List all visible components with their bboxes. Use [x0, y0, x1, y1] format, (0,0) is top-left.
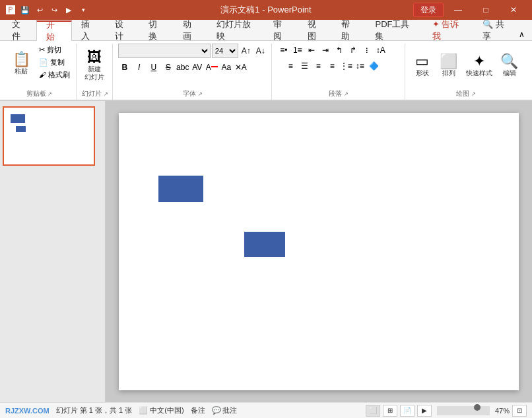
drawing-content: ▭ 形状 ⬜ 排列 ✦ 快速样式 🔍 编辑 [411, 44, 521, 88]
normal-view-button[interactable]: ⬜ [366, 405, 380, 417]
font-case-button[interactable]: Aa [220, 61, 233, 74]
char-spacing-button[interactable]: AV [191, 61, 204, 74]
shape-rectangle-2[interactable] [244, 232, 285, 257]
strikethrough-button[interactable]: S [162, 61, 175, 74]
shapes-icon: ▭ [415, 54, 429, 69]
tab-pdf[interactable]: PDF工具集 [366, 20, 422, 40]
copy-button[interactable]: 📄 复制 [37, 56, 72, 68]
close-button[interactable]: ✕ [500, 0, 527, 20]
font-name-select[interactable] [118, 44, 211, 58]
group-drawing: ▭ 形状 ⬜ 排列 ✦ 快速样式 🔍 编辑 绘图 ↗ [407, 44, 525, 100]
text-direction-button[interactable]: ↕A [374, 44, 387, 57]
group-paragraph: ≡• 1≡ ⇤ ⇥ ↰ ↱ ⫶ ↕A ≡ ☰ ≡ ≡ ⋮≡ ↕≡ 🔷 [273, 44, 405, 100]
decrease-indent-button[interactable]: ⇤ [305, 44, 318, 57]
slide-canvas[interactable] [119, 113, 519, 390]
group-slides: 🖼 新建幻灯片 幻灯片 ↗ [78, 44, 113, 100]
font-color-button[interactable]: A [205, 61, 218, 74]
login-button[interactable]: 登录 [413, 3, 444, 17]
redo-icon[interactable]: ↪ [48, 3, 61, 17]
comments-button[interactable]: 💬 批注 [212, 405, 237, 415]
title-bar: 🅿 💾 ↩ ↪ ▶ ▾ 演示文稿1 - PowerPoint 登录 — □ ✕ [0, 0, 532, 20]
rtl-button[interactable]: ↰ [333, 44, 346, 57]
italic-button[interactable]: I [133, 61, 146, 74]
align-center-button[interactable]: ☰ [298, 59, 311, 73]
align-justify-button[interactable]: ⋮≡ [339, 59, 352, 73]
cut-button[interactable]: ✂ 剪切 [37, 44, 72, 55]
line-spacing-button[interactable]: ↕≡ [353, 59, 366, 73]
undo-icon[interactable]: ↩ [33, 3, 46, 17]
increase-indent-button[interactable]: ⇥ [319, 44, 332, 57]
bold-button[interactable]: B [118, 61, 131, 74]
tab-design[interactable]: 设计 [106, 20, 139, 40]
increase-font-button[interactable]: A↑ [240, 44, 253, 57]
numbering-button[interactable]: 1≡ [291, 44, 304, 57]
zoom-thumb[interactable] [474, 404, 481, 411]
bullets-button[interactable]: ≡• [277, 44, 290, 57]
font-row-2: B I U S abc AV A Aa ✕A [118, 61, 248, 74]
accessibility-icon[interactable]: ⬜ [139, 406, 148, 414]
quick-styles-label: 快速样式 [466, 69, 492, 77]
slide-thumbnail[interactable] [3, 106, 95, 166]
align-left-button[interactable]: ≡ [284, 59, 297, 73]
edit-button[interactable]: 🔍 编辑 [498, 48, 521, 84]
paste-icon: 📋 [13, 52, 30, 67]
arrange-button[interactable]: ⬜ 排列 [437, 48, 461, 84]
underline-button[interactable]: U [147, 61, 160, 74]
justify-button[interactable]: ≡ [325, 59, 339, 73]
clear-format-button[interactable]: ✕A [234, 61, 248, 74]
columns-button[interactable]: ⫶ [360, 44, 374, 57]
window-title: 演示文稿1 - PowerPoint [220, 4, 311, 16]
tab-file[interactable]: 文件 [3, 20, 36, 40]
arrange-label: 排列 [442, 69, 455, 77]
format-painter-button[interactable]: 🖌 格式刷 [37, 69, 72, 81]
status-right: ⬜ ⊞ 📄 ▶ 47% ⊡ [366, 405, 527, 417]
reading-view-button[interactable]: 📄 [400, 405, 415, 417]
decrease-font-button[interactable]: A↓ [254, 44, 267, 57]
title-bar-right: 登录 — □ ✕ [413, 0, 527, 20]
new-slide-label: 新建幻灯片 [84, 65, 104, 81]
status-bar: RJZXW.COM 幻灯片 第 1 张，共 1 张 ⬜ 中文(中国) 备注 💬 … [0, 402, 532, 418]
tab-transitions[interactable]: 切换 [139, 20, 173, 40]
slide-sorter-button[interactable]: ⊞ [383, 405, 397, 417]
tab-share[interactable]: 🔍 共享 [473, 20, 519, 40]
paste-button[interactable]: 📋 粘贴 [7, 44, 36, 83]
convert-smartart-button[interactable]: 🔷 [367, 59, 380, 73]
tab-view[interactable]: 视图 [298, 20, 332, 40]
dropdown-icon[interactable]: ▾ [77, 3, 90, 17]
arrange-icon: ⬜ [440, 54, 457, 69]
cut-icon: ✂ [39, 46, 45, 54]
shape-rectangle-1[interactable] [158, 176, 203, 202]
shapes-button[interactable]: ▭ 形状 [411, 48, 434, 84]
paste-label: 粘贴 [15, 67, 28, 75]
watermark[interactable]: RJZXW.COM [5, 407, 50, 415]
tab-slideshow[interactable]: 幻灯片放映 [207, 20, 264, 40]
slideshow-button[interactable]: ▶ [417, 405, 432, 417]
slide-panel: 1 [0, 101, 106, 402]
edit-icon: 🔍 [500, 54, 518, 69]
zoom-slider[interactable] [437, 406, 490, 415]
minimize-button[interactable]: — [445, 0, 471, 20]
slides-label: 幻灯片 ↗ [82, 88, 108, 98]
tab-insert[interactable]: 插入 [72, 20, 106, 40]
save-icon[interactable]: 💾 [18, 3, 32, 17]
canvas-area[interactable] [106, 101, 532, 402]
maximize-button[interactable]: □ [473, 0, 499, 20]
align-right-button[interactable]: ≡ [312, 59, 325, 73]
slide-info: 幻灯片 第 1 张，共 1 张 [56, 405, 133, 415]
tab-tell-me[interactable]: ✦ 告诉我 [423, 20, 473, 40]
text-shadow-button[interactable]: abc [176, 61, 189, 74]
ribbon-collapse-icon[interactable]: ∧ [519, 30, 529, 40]
ltr-button[interactable]: ↱ [347, 44, 360, 57]
fit-slide-button[interactable]: ⊡ [512, 405, 527, 417]
tab-review[interactable]: 审阅 [264, 20, 298, 40]
tab-animations[interactable]: 动画 [174, 20, 207, 40]
ribbon: 文件 开始 插入 设计 切换 动画 幻灯片放映 审阅 视图 帮助 PDF工具集 … [0, 20, 532, 101]
quick-styles-button[interactable]: ✦ 快速样式 [463, 48, 495, 84]
new-slide-button[interactable]: 🖼 新建幻灯片 [82, 46, 107, 86]
tab-help[interactable]: 帮助 [332, 20, 366, 40]
present-icon[interactable]: ▶ [62, 3, 75, 17]
tab-home[interactable]: 开始 [36, 20, 71, 41]
notes-button[interactable]: 备注 [191, 405, 205, 415]
ribbon-content: 📋 粘贴 ✂ 剪切 📄 复制 🖌 格式刷 [0, 41, 532, 100]
font-size-select[interactable]: 24 [212, 44, 238, 58]
